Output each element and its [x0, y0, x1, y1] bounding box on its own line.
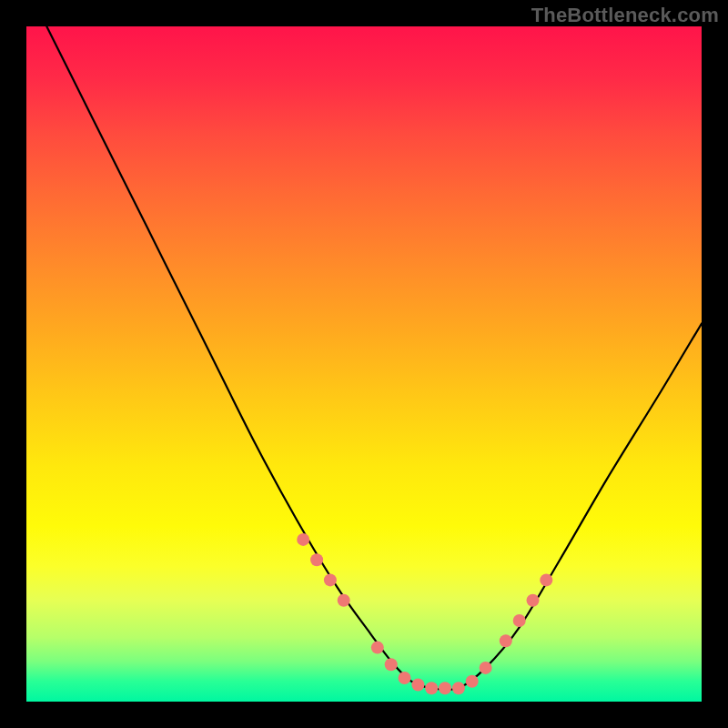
highlight-dot: [439, 682, 451, 694]
highlight-dot: [310, 553, 323, 566]
highlight-dot: [324, 573, 337, 586]
highlight-dot: [425, 682, 438, 694]
bottleneck-curve-svg: [26, 26, 702, 702]
highlight-dot: [452, 682, 465, 694]
highlight-dot: [527, 594, 540, 607]
highlight-dot: [411, 679, 424, 692]
highlight-dot: [399, 672, 411, 684]
highlight-dot: [338, 594, 350, 607]
highlight-dot: [466, 675, 479, 688]
highlight-dot: [371, 642, 384, 654]
highlight-dot: [297, 533, 309, 546]
highlight-dot: [385, 658, 398, 671]
bottleneck-curve-path: [46, 26, 702, 690]
highlight-dot: [540, 573, 552, 586]
highlight-dot: [480, 662, 492, 674]
highlight-dot: [513, 614, 526, 627]
highlight-dots-group: [297, 533, 552, 694]
watermark-text: TheBottleneck.com: [531, 4, 719, 27]
chart-plot-area: [26, 26, 702, 702]
highlight-dot: [500, 634, 512, 647]
